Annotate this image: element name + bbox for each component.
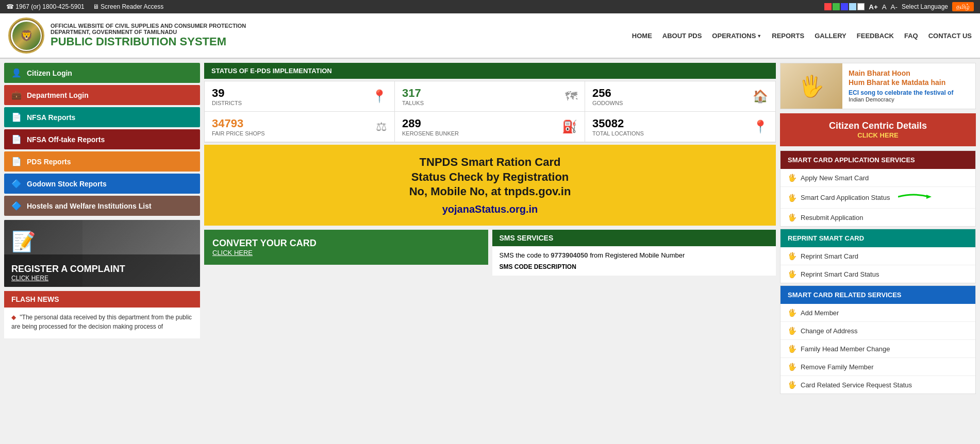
districts-icon: 📍	[372, 89, 387, 104]
fps-label: FAIR PRICE SHOPS	[212, 130, 265, 136]
sidebar-item-label-hostels: Hostels and Welfare Institutions List	[27, 202, 152, 210]
stat-total-locations: 35082 TOTAL LOCATIONS 📍	[585, 112, 775, 142]
reprint-smart-card-item[interactable]: 🖐 Reprint Smart Card	[780, 247, 975, 265]
sms-content: SMS the code to 9773904050 from Register…	[492, 246, 776, 276]
resubmit-app-item[interactable]: 🖐 Resubmit Application	[780, 209, 975, 226]
nav-bar: HOME ABOUT PDS OPERATIONS ▼ REPORTS GALL…	[632, 30, 972, 42]
reprint-smart-card-status-label: Reprint Smart Card Status	[801, 270, 879, 278]
department-login-icon: 💼	[11, 90, 22, 100]
stat-godowns: 256 GODOWNS 🏠	[585, 81, 775, 112]
godowns-label: GODOWNS	[592, 100, 623, 106]
stats-grid: 39 DISTRICTS 📍 317 TALUKS 🗺 256 GODOWNS …	[204, 81, 776, 143]
complaint-click-here[interactable]: CLICK HERE	[11, 275, 193, 282]
smart-card-status-icon: 🖐	[788, 194, 796, 202]
add-member-item[interactable]: 🖐 Add Member	[780, 304, 975, 322]
font-normal-button[interactable]: A	[882, 3, 887, 11]
change-address-icon: 🖐	[788, 327, 796, 335]
sidebar-item-nfsa-reports[interactable]: 📄 NFSA Reports	[4, 107, 200, 127]
nav-reports[interactable]: REPORTS	[772, 30, 804, 42]
convert-card-banner[interactable]: CONVERT YOUR CARD CLICK HERE	[204, 230, 488, 265]
godowns-icon: 🏠	[753, 89, 768, 104]
screen-reader-link[interactable]: 🖥 Screen Reader Access	[93, 3, 163, 10]
family-head-change-label: Family Head Member Change	[801, 345, 890, 353]
nav-feedback[interactable]: FEEDBACK	[857, 30, 894, 42]
eci-desc-text: Indian Democracy	[849, 96, 969, 103]
color-light-blue[interactable]	[849, 3, 856, 10]
nav-home[interactable]: HOME	[632, 30, 652, 42]
reprint-smart-card-label: Reprint Smart Card	[801, 252, 858, 260]
nav-about-pds[interactable]: ABOUT PDS	[662, 30, 702, 42]
resubmit-icon: 🖐	[788, 213, 796, 221]
smart-card-related-header: SMART CARD RELATED SERVICES	[780, 286, 975, 304]
complaint-document-icon: 📝	[11, 230, 36, 253]
total-locations-label: TOTAL LOCATIONS	[592, 130, 644, 136]
nav-contact-us[interactable]: CONTACT US	[928, 30, 972, 42]
convert-click-here[interactable]: CLICK HERE	[212, 249, 480, 257]
phone-number: ☎ 1967 (or) 1800-425-5901	[6, 3, 85, 10]
promo-banner[interactable]: TNPDS Smart Ration Card Status Check by …	[204, 145, 776, 226]
color-boxes	[824, 3, 865, 10]
remove-family-member-item[interactable]: 🖐 Remove Family Member	[780, 358, 975, 376]
reprint-smart-card-status-item[interactable]: 🖐 Reprint Smart Card Status	[780, 265, 975, 283]
flash-bullet: ◆	[11, 314, 16, 321]
complaint-banner[interactable]: 📝 REGISTER A COMPLAINT CLICK HERE	[4, 220, 200, 287]
fps-icon: ⚖	[376, 119, 387, 134]
sidebar-item-pds-reports[interactable]: 📄 PDS Reports	[4, 151, 200, 172]
sidebar-item-nfsa-offtake[interactable]: 📄 NFSA Off-take Reports	[4, 129, 200, 149]
font-decrease-button[interactable]: A-	[891, 3, 898, 11]
sidebar-item-department-login[interactable]: 💼 Department Login	[4, 85, 200, 105]
taluks-label: TALUKS	[402, 100, 424, 106]
smart-card-app-status-item[interactable]: 🖐 Smart Card Application Status	[780, 187, 975, 209]
eci-main-text: Main Bharat HoonHum Bharat ke Matdata ha…	[849, 69, 969, 87]
nav-gallery[interactable]: GALLERY	[815, 30, 846, 42]
family-head-change-item[interactable]: 🖐 Family Head Member Change	[780, 340, 975, 358]
color-red[interactable]	[824, 3, 832, 10]
apply-new-smart-card-item[interactable]: 🖐 Apply New Smart Card	[780, 169, 975, 187]
color-white[interactable]	[857, 3, 865, 10]
top-bar-right: A+ A A- Select Language தமிழ்	[824, 2, 974, 11]
header-text: OFFICIAL WEBSITE OF CIVIL SUPPLIES AND C…	[51, 23, 246, 48]
stat-taluks: 317 TALUKS 🗺	[395, 81, 585, 112]
flash-news: FLASH NEWS ◆ "The personal data received…	[4, 291, 200, 338]
left-sidebar: 👤 Citizen Login 💼 Department Login 📄 NFS…	[4, 63, 200, 396]
top-bar: ☎ 1967 (or) 1800-425-5901 🖥 Screen Reade…	[0, 0, 980, 13]
fps-number: 34793	[212, 117, 265, 130]
reprint-icon: 🖐	[788, 252, 796, 260]
sidebar-item-citizen-login[interactable]: 👤 Citizen Login	[4, 63, 200, 83]
sidebar-item-hostels[interactable]: 🔷 Hostels and Welfare Institutions List	[4, 196, 200, 216]
nav-operations[interactable]: OPERATIONS ▼	[712, 30, 761, 42]
nav-faq[interactable]: FAQ	[904, 30, 918, 42]
sidebar-item-label-nfsa-reports: NFSA Reports	[27, 113, 75, 122]
status-panel-header: STATUS OF E-PDS IMPLEMENTATION	[204, 63, 776, 79]
smart-card-related-panel: SMART CARD RELATED SERVICES 🖐 Add Member…	[780, 285, 976, 394]
right-column: 🖐 Main Bharat HoonHum Bharat ke Matdata …	[780, 63, 976, 396]
sms-desc-header: SMS CODE DESCRIPTION	[500, 263, 769, 270]
citizen-centric-banner[interactable]: Citizen Centric Details CLICK HERE	[780, 113, 976, 146]
card-service-icon: 🖐	[788, 381, 796, 389]
color-green[interactable]	[833, 3, 840, 10]
change-address-label: Change of Address	[801, 327, 858, 335]
card-service-request-item[interactable]: 🖐 Card Related Service Request Status	[780, 376, 975, 394]
add-member-icon: 🖐	[788, 309, 796, 317]
resubmit-app-label: Resubmit Application	[801, 214, 863, 221]
lower-left-convert: CONVERT YOUR CARD CLICK HERE	[204, 228, 488, 276]
card-service-request-label: Card Related Service Request Status	[801, 381, 912, 389]
kerosene-label: KEROSENE BUNKER	[402, 130, 459, 136]
pds-reports-icon: 📄	[11, 157, 22, 166]
logo: 🦁	[8, 18, 44, 54]
godown-stock-icon: 🔷	[11, 179, 22, 189]
change-address-item[interactable]: 🖐 Change of Address	[780, 322, 975, 340]
font-increase-button[interactable]: A+	[869, 3, 877, 11]
smart-card-app-status-label: Smart Card Application Status	[801, 194, 890, 201]
tamil-language-button[interactable]: தமிழ்	[952, 2, 974, 11]
dept-name-line1: OFFICIAL WEBSITE OF CIVIL SUPPLIES AND C…	[51, 23, 246, 29]
header-left: 🦁 OFFICIAL WEBSITE OF CIVIL SUPPLIES AND…	[8, 18, 246, 54]
sidebar-item-godown-stock[interactable]: 🔷 Godown Stock Reports	[4, 174, 200, 194]
color-blue[interactable]	[841, 3, 848, 10]
sidebar-item-label-godown-stock: Godown Stock Reports	[27, 180, 107, 188]
sms-header: SMS SERVICES	[492, 230, 776, 246]
center-column: STATUS OF E-PDS IMPLEMENTATION 39 DISTRI…	[200, 63, 780, 396]
smart-card-app-panel: SMART CARD APPLICATION SERVICES 🖐 Apply …	[780, 150, 976, 227]
citizen-centric-link[interactable]: CLICK HERE	[787, 131, 969, 139]
reprint-smart-card-header: REPRINT SMART CARD	[780, 229, 975, 247]
